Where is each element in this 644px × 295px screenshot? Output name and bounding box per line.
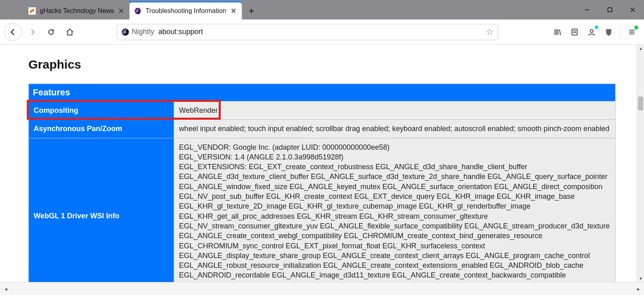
row-label: Compositing (29, 101, 174, 120)
notification-dot-icon (595, 26, 598, 29)
back-button[interactable] (4, 23, 22, 41)
svg-rect-3 (608, 8, 612, 12)
row-value: EGL_VENDOR: Google Inc. (adapter LUID: 0… (174, 138, 616, 282)
tab-close-button[interactable]: ✕ (230, 8, 237, 14)
window-controls (576, 0, 644, 19)
identity-block[interactable]: Nightly (121, 28, 154, 36)
toolbar-right (549, 24, 640, 40)
account-button[interactable] (584, 24, 600, 40)
toolbar-separator (620, 26, 620, 38)
horizontal-scrollbar[interactable]: ◂ ▸ (0, 282, 644, 295)
features-table: Features Compositing WebRender Asynchron… (28, 84, 616, 282)
table-row-compositing: Compositing WebRender (29, 101, 616, 120)
tab-label: Troubleshooting Information (146, 7, 226, 15)
address-bar[interactable]: Nightly ☆ (117, 24, 498, 40)
update-dot-icon (634, 26, 638, 30)
url-input[interactable] (158, 28, 482, 36)
vertical-scrollbar[interactable]: ▴ ▾ (637, 45, 644, 282)
reader-view-button[interactable] (566, 24, 583, 40)
scroll-thumb[interactable] (638, 97, 643, 110)
tab-troubleshooting[interactable]: Troubleshooting Information ✕ (129, 2, 242, 19)
svg-point-10 (590, 29, 593, 32)
scroll-up-button[interactable]: ▴ (637, 45, 644, 52)
tab-strip: gHacks Technology News ✕ Troubleshooting… (0, 0, 259, 19)
page-title: Graphics (28, 58, 616, 71)
home-button[interactable] (62, 24, 78, 40)
firefox-nightly-icon (121, 28, 129, 36)
new-tab-button[interactable]: + (244, 4, 259, 18)
identity-label: Nightly (132, 28, 154, 36)
page-content[interactable]: Graphics Features Compositing WebRender … (0, 45, 644, 282)
table-row-webgl1-wsi: WebGL 1 Driver WSI Info EGL_VENDOR: Goog… (29, 138, 616, 282)
forward-button[interactable] (24, 24, 41, 40)
window-minimize-button[interactable] (576, 0, 599, 19)
tab-label: gHacks Technology News (40, 7, 114, 15)
scroll-right-button[interactable]: ▸ (633, 282, 644, 295)
firefox-nightly-favicon-icon (134, 7, 142, 15)
table-row-apz: Asynchronous Pan/Zoom wheel input enable… (29, 120, 616, 138)
row-label: WebGL 1 Driver WSI Info (29, 138, 174, 282)
tab-close-button[interactable]: ✕ (118, 8, 125, 14)
row-value: WebRender (174, 101, 616, 120)
title-bar: gHacks Technology News ✕ Troubleshooting… (0, 0, 644, 19)
reload-button[interactable] (43, 24, 59, 40)
navigation-toolbar: Nightly ☆ (0, 19, 644, 45)
row-value: wheel input enabled; touch input enabled… (174, 120, 616, 138)
tab-ghacks[interactable]: gHacks Technology News ✕ (24, 2, 129, 19)
row-label: Asynchronous Pan/Zoom (29, 120, 174, 138)
scroll-down-button[interactable]: ▾ (637, 275, 644, 282)
app-menu-button[interactable] (624, 24, 640, 40)
nav-buttons (4, 23, 78, 41)
ublock-button[interactable] (601, 24, 617, 40)
window-close-button[interactable] (621, 0, 644, 19)
window-maximize-button[interactable] (599, 0, 621, 19)
scroll-track[interactable] (11, 286, 633, 292)
section-header: Features (29, 84, 616, 101)
ghacks-favicon-icon (28, 7, 36, 15)
scroll-left-button[interactable]: ◂ (0, 282, 11, 295)
library-button[interactable] (549, 24, 566, 40)
bookmark-star-icon[interactable]: ☆ (486, 27, 494, 37)
